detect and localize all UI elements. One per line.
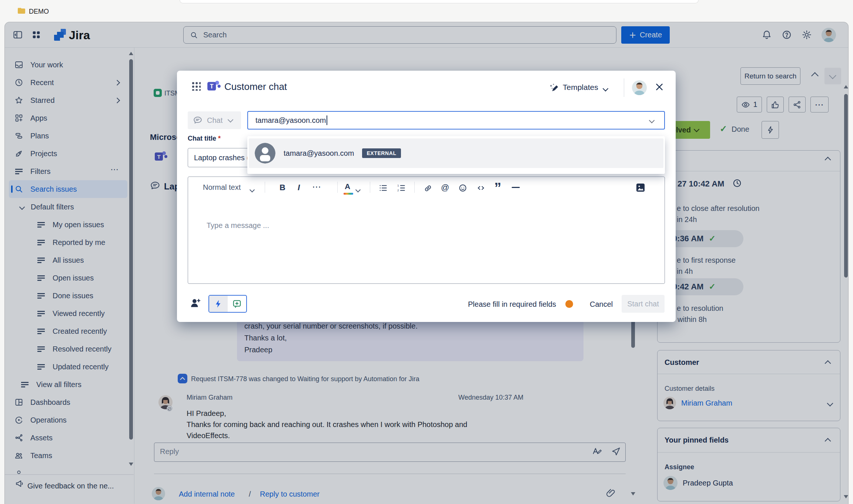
customer-chat-modal: T Customer chat Templates Chat tamara@ya… [177, 71, 676, 322]
image-icon[interactable] [635, 182, 646, 194]
start-chat-button[interactable]: Start chat [622, 295, 665, 313]
ai-assist-toggle[interactable] [209, 296, 228, 312]
cancel-button[interactable]: Cancel [590, 300, 613, 309]
chat-add-toggle[interactable] [228, 296, 246, 312]
required-asterisk: * [218, 135, 221, 142]
chevron-down-icon[interactable] [356, 187, 360, 193]
teams-logo-icon: T [206, 79, 221, 95]
folder-icon [17, 7, 26, 16]
text-style-dropdown[interactable]: Normal text [203, 183, 241, 192]
bold-icon[interactable]: B [280, 183, 285, 192]
chat-type-selector[interactable]: Chat [188, 111, 241, 129]
suggestion-email: tamara@yasoon.com [284, 149, 354, 158]
modal-title: Customer chat [224, 81, 287, 93]
numbered-list-icon[interactable]: 12 [397, 183, 406, 194]
browser-tab[interactable] [180, 0, 699, 3]
mention-icon[interactable]: @ [441, 183, 449, 192]
svg-text:T: T [210, 83, 214, 90]
text-color-icon[interactable]: A [345, 182, 350, 191]
sparkle-pen-icon [549, 83, 560, 95]
code-icon[interactable] [476, 184, 485, 194]
close-icon[interactable] [655, 82, 664, 93]
current-user-avatar[interactable] [632, 80, 647, 95]
svg-text:1: 1 [397, 184, 399, 187]
external-badge: EXTERNAL [362, 148, 401, 158]
color-bar [344, 193, 353, 195]
chevron-down-icon [228, 117, 234, 122]
chat-title-label: Chat title * [188, 135, 221, 142]
person-add-icon[interactable] [190, 297, 201, 310]
chat-bubble-icon [193, 115, 203, 125]
editor-placeholder: Type a message ... [207, 221, 269, 230]
text-cursor [327, 115, 327, 125]
quote-icon[interactable]: ” [494, 180, 501, 196]
emoji-icon[interactable] [458, 184, 467, 194]
recipient-suggestions: tamara@yasoon.com EXTERNAL [247, 136, 665, 174]
chevron-down-icon[interactable] [250, 187, 254, 193]
bullet-list-icon[interactable] [378, 183, 388, 194]
svg-text:2: 2 [397, 189, 399, 192]
warning-dot [565, 300, 573, 308]
link-icon[interactable] [424, 184, 432, 194]
recipient-input[interactable]: tamara@yasoon.com [247, 111, 665, 130]
assist-toggle-group [208, 295, 247, 313]
divider-icon[interactable] [512, 187, 520, 188]
chevron-down-icon[interactable] [603, 85, 608, 92]
suggestion-item[interactable]: tamara@yasoon.com EXTERNAL [249, 138, 663, 168]
validation-message: Please fill in required fields [468, 300, 556, 309]
bookmark-label[interactable]: DEMO [29, 8, 49, 16]
more-formatting-icon[interactable]: ⋯ [312, 182, 321, 192]
chevron-down-icon [649, 118, 655, 124]
screen: DEMO Jira Search Create Your work [0, 0, 853, 504]
italic-icon[interactable]: I [298, 183, 300, 192]
grid-dots-icon[interactable] [191, 81, 201, 91]
templates-button[interactable]: Templates [563, 83, 598, 92]
lightning-icon [214, 299, 223, 309]
person-icon [255, 143, 275, 164]
chat-add-icon [232, 299, 242, 309]
